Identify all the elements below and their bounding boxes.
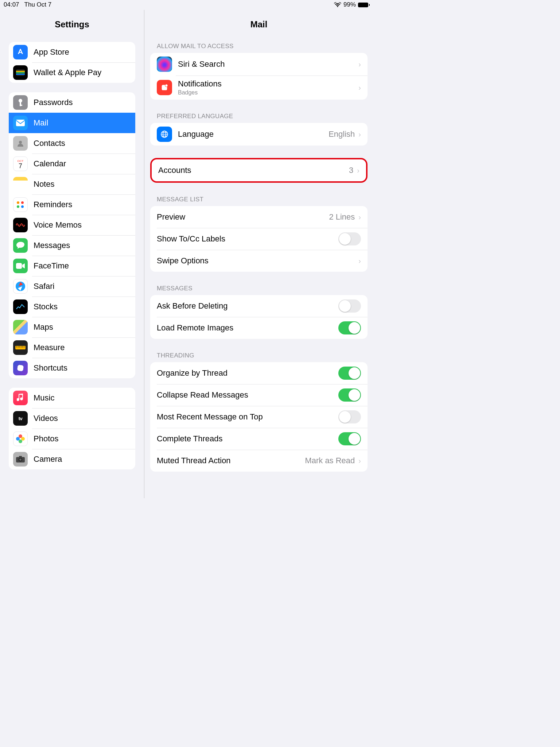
row-label: Preview <box>157 212 329 222</box>
muted-thread-action-row[interactable]: Muted Thread Action Mark as Read › <box>150 450 368 472</box>
sidebar-item-music[interactable]: Music <box>9 388 135 408</box>
row-label: Load Remote Images <box>157 323 338 333</box>
svg-rect-7 <box>16 120 25 126</box>
sidebar-item-calendar[interactable]: OCT7Calendar <box>9 154 135 174</box>
svg-rect-1 <box>16 71 25 72</box>
chevron-right-icon: › <box>358 213 361 221</box>
siri-search-row[interactable]: Siri & Search › <box>150 53 368 76</box>
row-label: Muted Thread Action <box>157 456 305 465</box>
section-messages: MESSAGES <box>144 285 373 295</box>
sidebar-item-pw[interactable]: Passwords <box>9 92 135 113</box>
sidebar-item-label: Wallet & Apple Pay <box>34 68 101 77</box>
settings-sidebar[interactable]: Settings App StoreWallet & Apple Pay Pas… <box>0 10 144 498</box>
sidebar-item-maps[interactable]: Maps <box>9 317 135 337</box>
sidebar-item-wallet[interactable]: Wallet & Apple Pay <box>9 62 135 83</box>
sidebar-item-label: Voice Memos <box>34 220 82 230</box>
collapse-toggle[interactable] <box>338 388 361 402</box>
shortcuts-icon <box>13 361 28 375</box>
svg-rect-19 <box>19 456 22 457</box>
row-label: Ask Before Deleting <box>157 301 338 311</box>
sidebar-item-ft[interactable]: FaceTime <box>9 256 135 276</box>
section-threading: THREADING <box>144 352 373 362</box>
notifications-row[interactable]: Notifications Badges › <box>150 76 368 100</box>
chevron-right-icon: › <box>358 84 361 92</box>
section-language: PREFERRED LANGUAGE <box>144 113 373 123</box>
row-label: Swipe Options <box>157 256 358 266</box>
sidebar-item-videos[interactable]: tvVideos <box>9 408 135 429</box>
chevron-right-icon: › <box>358 130 361 139</box>
sidebar-item-label: Mail <box>34 118 48 128</box>
sidebar-item-label: App Store <box>34 47 69 57</box>
row-value: English <box>328 129 355 139</box>
preview-row[interactable]: Preview 2 Lines › <box>150 206 368 228</box>
most-recent-top-row[interactable]: Most Recent Message on Top <box>150 406 368 428</box>
svg-rect-9 <box>16 263 22 269</box>
vm-icon <box>13 218 28 232</box>
svg-rect-3 <box>16 74 25 75</box>
row-label: Notifications <box>178 79 358 89</box>
chevron-right-icon: › <box>358 60 361 69</box>
sidebar-item-msg[interactable]: Messages <box>9 235 135 256</box>
sidebar-item-label: Camera <box>34 454 62 464</box>
sidebar-item-safari[interactable]: Safari <box>9 276 135 297</box>
organize-toggle[interactable] <box>338 367 361 380</box>
accounts-row[interactable]: Accounts 3 › <box>152 159 366 181</box>
row-label: Most Recent Message on Top <box>157 412 338 422</box>
status-time: 04:07 <box>4 1 19 8</box>
sidebar-item-appstore[interactable]: App Store <box>9 42 135 62</box>
complete-toggle[interactable] <box>338 432 361 445</box>
sidebar-item-label: Measure <box>34 343 65 352</box>
sidebar-item-label: Calendar <box>34 159 66 169</box>
row-label: Language <box>178 129 328 139</box>
sidebar-item-stocks[interactable]: Stocks <box>9 297 135 317</box>
sidebar-item-photos[interactable]: Photos <box>9 429 135 449</box>
mail-settings-detail[interactable]: Mail ALLOW MAIL TO ACCESS Siri & Search … <box>144 10 373 498</box>
show-tocc-row[interactable]: Show To/Cc Labels <box>150 228 368 250</box>
sidebar-item-vm[interactable]: Voice Memos <box>9 215 135 235</box>
battery-icon <box>358 3 370 7</box>
organize-by-thread-row[interactable]: Organize by Thread <box>150 362 368 384</box>
ask-delete-toggle[interactable] <box>338 299 361 313</box>
sidebar-item-camera[interactable]: Camera <box>9 449 135 469</box>
language-row[interactable]: Language English › <box>150 123 368 146</box>
contacts-icon <box>13 136 28 151</box>
svg-point-8 <box>19 141 22 144</box>
load-remote-toggle[interactable] <box>338 321 361 334</box>
sidebar-item-contacts[interactable]: Contacts <box>9 133 135 154</box>
photos-icon <box>13 431 28 446</box>
sidebar-item-mail[interactable]: Mail <box>9 113 135 133</box>
row-value: Mark as Read <box>305 456 355 465</box>
sidebar-item-notes[interactable]: Notes <box>9 174 135 194</box>
detail-title: Mail <box>144 10 373 30</box>
show-tocc-toggle[interactable] <box>338 232 361 245</box>
row-label: Accounts <box>158 166 349 175</box>
sidebar-item-label: Messages <box>34 241 70 250</box>
ask-before-deleting-row[interactable]: Ask Before Deleting <box>150 295 368 317</box>
sidebar-item-label: Notes <box>34 179 54 189</box>
row-label: Organize by Thread <box>157 368 338 378</box>
stocks-icon <box>13 299 28 314</box>
swipe-options-row[interactable]: Swipe Options › <box>150 250 368 272</box>
status-date: Thu Oct 7 <box>24 1 52 8</box>
appstore-icon <box>13 45 28 59</box>
section-allow-access: ALLOW MAIL TO ACCESS <box>144 43 373 53</box>
complete-threads-row[interactable]: Complete Threads <box>150 428 368 450</box>
pw-icon <box>13 95 28 110</box>
svg-rect-13 <box>18 365 23 371</box>
row-label: Siri & Search <box>178 59 358 69</box>
mail-icon <box>13 116 28 130</box>
sidebar-item-label: Safari <box>34 282 54 291</box>
measure-icon <box>13 340 28 355</box>
battery-percent: 99% <box>343 1 356 8</box>
sidebar-item-label: Videos <box>34 414 58 423</box>
msg-icon <box>13 238 28 253</box>
sidebar-item-measure[interactable]: Measure <box>9 337 135 358</box>
load-remote-images-row[interactable]: Load Remote Images <box>150 317 368 339</box>
sidebar-item-label: Reminders <box>34 200 72 209</box>
sidebar-item-shortcuts[interactable]: Shortcuts <box>9 358 135 378</box>
row-sublabel: Badges <box>178 89 358 96</box>
collapse-read-row[interactable]: Collapse Read Messages <box>150 384 368 406</box>
most-recent-toggle[interactable] <box>338 410 361 423</box>
sidebar-item-reminders[interactable]: Reminders <box>9 194 135 215</box>
section-message-list: MESSAGE LIST <box>144 196 373 206</box>
